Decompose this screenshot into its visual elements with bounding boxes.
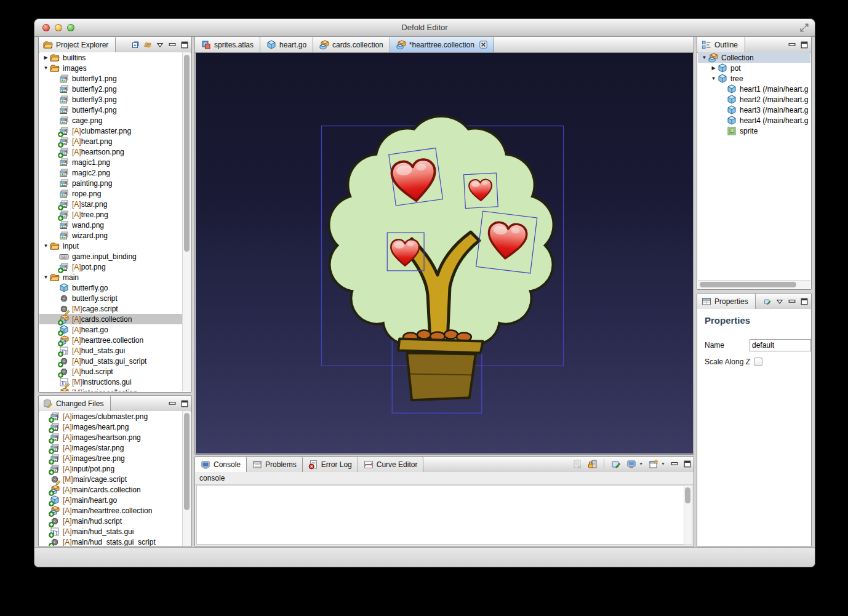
tree-item[interactable]: [A]main/heart.go [39, 495, 183, 505]
tree-item[interactable]: butterfly2.png [39, 84, 183, 94]
tab-outline[interactable]: Outline [697, 37, 745, 52]
tab-hearttree-collection[interactable]: *hearttree.collection [390, 37, 494, 52]
tree-item[interactable]: [A]heart.go [39, 324, 183, 335]
clear-console-icon[interactable] [572, 458, 582, 469]
display-selected-console-icon[interactable] [626, 458, 636, 469]
tree-item[interactable]: [A]images/clubmaster.png [39, 411, 183, 422]
pin-properties-icon[interactable] [763, 297, 771, 305]
tree-item[interactable]: [A]heart.png [39, 136, 183, 146]
outline-hscrollbar[interactable] [698, 280, 810, 289]
scene-canvas[interactable] [196, 53, 693, 454]
tree-item[interactable]: [A]star.png [39, 199, 183, 209]
minimize-view-icon[interactable] [168, 41, 176, 49]
tree-item[interactable]: ▼images [39, 63, 183, 73]
tree-item[interactable]: heart2 (/main/heart.g [698, 94, 810, 105]
expand-arrow-icon[interactable]: ▼ [42, 274, 50, 280]
tree-item[interactable]: ▼input [39, 241, 183, 251]
tree-item[interactable]: TT[A]hud_stats.gui [39, 345, 183, 356]
close-icon[interactable] [479, 41, 487, 49]
tree-item[interactable]: [A]main/hearttree.collection [39, 505, 183, 516]
tree-item[interactable]: butterfly3.png [39, 94, 183, 105]
tree-item[interactable]: TT[A]main/hud_stats.gui [39, 526, 183, 537]
view-menu-icon[interactable] [775, 297, 783, 305]
tree-item[interactable]: ▶builtins [39, 52, 183, 63]
expand-arrow-icon[interactable]: ▶ [42, 55, 50, 60]
expand-arrow-icon[interactable]: ▼ [710, 76, 718, 81]
resize-arrows-icon[interactable] [800, 23, 809, 32]
expand-arrow-icon[interactable]: ▼ [42, 243, 50, 249]
tree-item[interactable]: magic1.png [39, 157, 183, 167]
tab-heart-go[interactable]: heart.go [260, 37, 313, 52]
tab-changed-files[interactable]: Changed Files [39, 396, 111, 411]
scale-along-z-checkbox[interactable] [754, 358, 762, 366]
tree-item[interactable]: rope.png [39, 188, 183, 199]
display-console-dropdown-icon[interactable]: ▼ [639, 462, 643, 466]
tree-item[interactable]: [M]main/cage.script [39, 474, 183, 484]
minimize-view-icon[interactable] [670, 460, 678, 468]
pin-console-icon[interactable] [610, 458, 621, 469]
tree-item[interactable]: TT[M]instructions.gui [39, 377, 183, 387]
titlebar[interactable]: Defold Editor [34, 19, 815, 37]
maximize-view-icon[interactable] [180, 399, 188, 407]
tree-item[interactable]: [A]cards.collection [39, 314, 183, 324]
console-output[interactable] [196, 485, 684, 545]
expand-arrow-icon[interactable]: ▶ [710, 65, 718, 71]
tree-item[interactable]: [M]interior.collection [39, 387, 183, 391]
changed-files-scrollbar[interactable] [182, 411, 191, 546]
tree-item[interactable]: [A]images/tree.png [39, 453, 183, 463]
tree-item[interactable]: wizard.png [39, 230, 183, 241]
minimize-view-icon[interactable] [788, 297, 796, 305]
minimize-view-icon[interactable] [168, 399, 176, 407]
expand-arrow-icon[interactable]: ▼ [700, 55, 708, 60]
tree-item[interactable]: heart4 (/main/heart.g [698, 115, 810, 126]
name-field[interactable] [750, 339, 811, 351]
console-scrollbar[interactable] [684, 485, 692, 545]
tree-item[interactable]: ▶pot [698, 63, 810, 73]
tree-item[interactable]: [A]main/hud_stats.gui_script [39, 537, 183, 546]
tree-item[interactable]: wand.png [39, 220, 183, 230]
tree-item[interactable]: [A]images/star.png [39, 442, 183, 453]
tree-item[interactable]: [A]input/pot.png [39, 463, 183, 474]
tree-item[interactable]: [A]main/cards.collection [39, 484, 183, 495]
link-with-editor-icon[interactable] [143, 41, 151, 49]
tree-item[interactable]: [A]heartson.png [39, 146, 183, 157]
tree-item[interactable]: [A]hud.script [39, 366, 183, 377]
tree-item[interactable]: butterfly.go [39, 282, 183, 293]
tree-item[interactable]: butterfly1.png [39, 73, 183, 84]
open-console-icon[interactable] [648, 458, 658, 469]
tree-item[interactable]: [A]images/heart.png [39, 422, 183, 432]
tree-item[interactable]: butterfly.script [39, 293, 183, 303]
tab-curve-editor[interactable]: Curve Editor [358, 457, 424, 472]
tree-item[interactable]: sprite [698, 126, 810, 136]
tree-item[interactable]: heart1 (/main/heart.g [698, 84, 810, 94]
tree-item[interactable]: ▼Collection [698, 52, 810, 63]
expand-arrow-icon[interactable]: ▼ [42, 65, 50, 71]
tree-item[interactable]: painting.png [39, 178, 183, 188]
tab-project-explorer[interactable]: Project Explorer [39, 37, 116, 52]
explorer-scrollbar[interactable] [182, 52, 191, 391]
open-console-dropdown-icon[interactable]: ▼ [661, 462, 665, 466]
maximize-view-icon[interactable] [683, 460, 691, 468]
scroll-lock-icon[interactable] [587, 458, 598, 469]
tree-item[interactable]: game.input_binding [39, 251, 183, 262]
tree-item[interactable]: heart3 (/main/heart.g [698, 105, 810, 115]
tree-item[interactable]: [A]main/hud.script [39, 516, 183, 526]
tree-item[interactable]: ▼main [39, 272, 183, 282]
tree-item[interactable]: cage.png [39, 115, 183, 126]
tab-problems[interactable]: Problems [247, 457, 303, 472]
tree-item[interactable]: ▼tree [698, 73, 810, 84]
tab-properties[interactable]: Properties [697, 294, 756, 309]
tree-item[interactable]: [A]tree.png [39, 209, 183, 220]
tree-item[interactable]: butterfly4.png [39, 105, 183, 115]
tree-item[interactable]: [A]clubmaster.png [39, 126, 183, 136]
maximize-view-icon[interactable] [800, 41, 808, 49]
tab-error-log[interactable]: Error Log [303, 457, 358, 472]
tab-console[interactable]: Console [195, 457, 247, 472]
tree-item[interactable]: [A]hud_stats.gui_script [39, 356, 183, 366]
tree-item[interactable]: [M]cage.script [39, 303, 183, 314]
tab-sprites-atlas[interactable]: sprites.atlas [195, 37, 260, 52]
tab-cards-collection[interactable]: cards.collection [313, 37, 390, 52]
view-menu-icon[interactable] [156, 41, 164, 49]
maximize-view-icon[interactable] [800, 297, 808, 305]
maximize-view-icon[interactable] [180, 41, 188, 49]
